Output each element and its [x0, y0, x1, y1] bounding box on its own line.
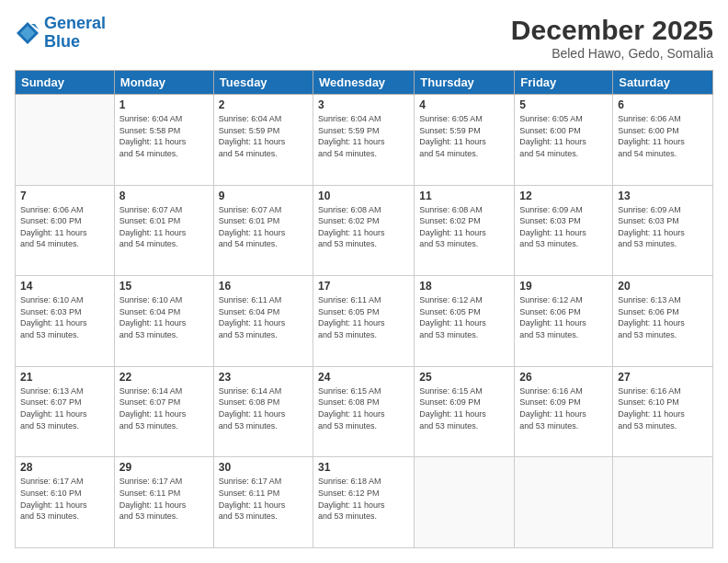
- calendar-cell: 18Sunrise: 6:12 AM Sunset: 6:05 PM Dayli…: [415, 276, 515, 367]
- day-info: Sunrise: 6:16 AM Sunset: 6:10 PM Dayligh…: [618, 385, 708, 431]
- calendar-cell: 3Sunrise: 6:04 AM Sunset: 5:59 PM Daylig…: [313, 95, 415, 186]
- day-number: 11: [419, 190, 509, 202]
- day-number: 3: [318, 98, 409, 111]
- day-number: 2: [219, 98, 308, 111]
- day-number: 26: [519, 371, 608, 384]
- calendar-cell: 29Sunrise: 6:17 AM Sunset: 6:11 PM Dayli…: [114, 457, 213, 548]
- calendar-cell: 2Sunrise: 6:04 AM Sunset: 5:59 PM Daylig…: [213, 95, 313, 186]
- day-number: 23: [219, 371, 308, 384]
- calendar-cell: 8Sunrise: 6:07 AM Sunset: 6:01 PM Daylig…: [114, 185, 213, 276]
- calendar-table: SundayMondayTuesdayWednesdayThursdayFrid…: [15, 70, 713, 548]
- day-info: Sunrise: 6:17 AM Sunset: 6:11 PM Dayligh…: [119, 476, 209, 522]
- calendar-cell: 23Sunrise: 6:14 AM Sunset: 6:08 PM Dayli…: [213, 366, 313, 457]
- day-number: 5: [519, 98, 608, 111]
- day-info: Sunrise: 6:07 AM Sunset: 6:01 PM Dayligh…: [219, 204, 308, 250]
- day-number: 1: [119, 98, 209, 111]
- calendar-cell: 31Sunrise: 6:18 AM Sunset: 6:12 PM Dayli…: [313, 457, 415, 548]
- day-info: Sunrise: 6:12 AM Sunset: 6:05 PM Dayligh…: [419, 294, 509, 340]
- day-number: 14: [20, 280, 109, 293]
- day-info: Sunrise: 6:11 AM Sunset: 6:04 PM Dayligh…: [219, 294, 308, 340]
- day-number: 6: [618, 98, 708, 111]
- day-info: Sunrise: 6:14 AM Sunset: 6:08 PM Dayligh…: [219, 385, 308, 431]
- calendar-cell: 5Sunrise: 6:05 AM Sunset: 6:00 PM Daylig…: [515, 95, 613, 186]
- day-info: Sunrise: 6:06 AM Sunset: 6:00 PM Dayligh…: [20, 204, 109, 250]
- header: General Blue December 2025 Beled Hawo, G…: [15, 15, 713, 61]
- calendar-cell: 14Sunrise: 6:10 AM Sunset: 6:03 PM Dayli…: [16, 276, 115, 367]
- day-info: Sunrise: 6:13 AM Sunset: 6:07 PM Dayligh…: [20, 385, 109, 431]
- calendar-day-header: Monday: [114, 71, 213, 95]
- day-info: Sunrise: 6:04 AM Sunset: 5:59 PM Dayligh…: [219, 113, 308, 159]
- calendar-cell: 13Sunrise: 6:09 AM Sunset: 6:03 PM Dayli…: [613, 185, 713, 276]
- day-info: Sunrise: 6:11 AM Sunset: 6:05 PM Dayligh…: [318, 294, 409, 340]
- calendar-cell: 20Sunrise: 6:13 AM Sunset: 6:06 PM Dayli…: [613, 276, 713, 367]
- day-info: Sunrise: 6:06 AM Sunset: 6:00 PM Dayligh…: [618, 113, 708, 159]
- day-number: 29: [119, 461, 209, 474]
- day-info: Sunrise: 6:10 AM Sunset: 6:04 PM Dayligh…: [119, 294, 209, 340]
- title-block: December 2025 Beled Hawo, Gedo, Somalia: [511, 15, 713, 61]
- day-number: 24: [318, 371, 409, 384]
- main-title: December 2025: [511, 15, 713, 46]
- calendar-cell: 24Sunrise: 6:15 AM Sunset: 6:08 PM Dayli…: [313, 366, 415, 457]
- day-info: Sunrise: 6:07 AM Sunset: 6:01 PM Dayligh…: [119, 204, 209, 250]
- calendar-day-header: Thursday: [415, 71, 515, 95]
- day-number: 7: [20, 190, 109, 202]
- calendar-cell: 7Sunrise: 6:06 AM Sunset: 6:00 PM Daylig…: [16, 185, 115, 276]
- day-number: 31: [318, 461, 409, 474]
- day-info: Sunrise: 6:04 AM Sunset: 5:59 PM Dayligh…: [318, 113, 409, 159]
- day-info: Sunrise: 6:05 AM Sunset: 5:59 PM Dayligh…: [419, 113, 509, 159]
- calendar-cell: 22Sunrise: 6:14 AM Sunset: 6:07 PM Dayli…: [114, 366, 213, 457]
- day-number: 25: [419, 371, 509, 384]
- day-number: 12: [519, 190, 608, 202]
- calendar-day-header: Sunday: [16, 71, 115, 95]
- logo-icon: [15, 20, 40, 46]
- calendar-cell: [415, 457, 515, 548]
- day-number: 21: [20, 371, 109, 384]
- calendar-cell: 16Sunrise: 6:11 AM Sunset: 6:04 PM Dayli…: [213, 276, 313, 367]
- calendar-day-header: Wednesday: [313, 71, 415, 95]
- day-number: 16: [219, 280, 308, 293]
- calendar-week-row: 14Sunrise: 6:10 AM Sunset: 6:03 PM Dayli…: [16, 276, 713, 367]
- day-info: Sunrise: 6:10 AM Sunset: 6:03 PM Dayligh…: [20, 294, 109, 340]
- day-info: Sunrise: 6:09 AM Sunset: 6:03 PM Dayligh…: [618, 204, 708, 250]
- calendar-cell: 17Sunrise: 6:11 AM Sunset: 6:05 PM Dayli…: [313, 276, 415, 367]
- day-info: Sunrise: 6:08 AM Sunset: 6:02 PM Dayligh…: [419, 204, 509, 250]
- day-number: 30: [219, 461, 308, 474]
- calendar-cell: 27Sunrise: 6:16 AM Sunset: 6:10 PM Dayli…: [613, 366, 713, 457]
- calendar-cell: [16, 95, 115, 186]
- day-info: Sunrise: 6:18 AM Sunset: 6:12 PM Dayligh…: [318, 476, 409, 522]
- day-number: 9: [219, 190, 308, 202]
- day-info: Sunrise: 6:12 AM Sunset: 6:06 PM Dayligh…: [519, 294, 608, 340]
- day-info: Sunrise: 6:15 AM Sunset: 6:09 PM Dayligh…: [419, 385, 509, 431]
- day-number: 8: [119, 190, 209, 202]
- calendar-cell: 1Sunrise: 6:04 AM Sunset: 5:58 PM Daylig…: [114, 95, 213, 186]
- calendar-cell: 4Sunrise: 6:05 AM Sunset: 5:59 PM Daylig…: [415, 95, 515, 186]
- calendar-cell: [515, 457, 613, 548]
- logo-line1: General: [44, 14, 106, 32]
- day-number: 13: [618, 190, 708, 202]
- calendar-cell: 28Sunrise: 6:17 AM Sunset: 6:10 PM Dayli…: [16, 457, 115, 548]
- day-number: 10: [318, 190, 409, 202]
- calendar-cell: 9Sunrise: 6:07 AM Sunset: 6:01 PM Daylig…: [213, 185, 313, 276]
- calendar-week-row: 21Sunrise: 6:13 AM Sunset: 6:07 PM Dayli…: [16, 366, 713, 457]
- calendar-week-row: 28Sunrise: 6:17 AM Sunset: 6:10 PM Dayli…: [16, 457, 713, 548]
- day-number: 20: [618, 280, 708, 293]
- day-info: Sunrise: 6:13 AM Sunset: 6:06 PM Dayligh…: [618, 294, 708, 340]
- calendar-cell: 6Sunrise: 6:06 AM Sunset: 6:00 PM Daylig…: [613, 95, 713, 186]
- calendar-header-row: SundayMondayTuesdayWednesdayThursdayFrid…: [16, 71, 713, 95]
- calendar-day-header: Saturday: [613, 71, 713, 95]
- calendar-cell: 19Sunrise: 6:12 AM Sunset: 6:06 PM Dayli…: [515, 276, 613, 367]
- day-info: Sunrise: 6:17 AM Sunset: 6:11 PM Dayligh…: [219, 476, 308, 522]
- day-info: Sunrise: 6:14 AM Sunset: 6:07 PM Dayligh…: [119, 385, 209, 431]
- day-info: Sunrise: 6:15 AM Sunset: 6:08 PM Dayligh…: [318, 385, 409, 431]
- day-number: 15: [119, 280, 209, 293]
- day-number: 22: [119, 371, 209, 384]
- calendar-cell: 10Sunrise: 6:08 AM Sunset: 6:02 PM Dayli…: [313, 185, 415, 276]
- calendar-cell: 11Sunrise: 6:08 AM Sunset: 6:02 PM Dayli…: [415, 185, 515, 276]
- day-info: Sunrise: 6:05 AM Sunset: 6:00 PM Dayligh…: [519, 113, 608, 159]
- day-number: 19: [519, 280, 608, 293]
- day-number: 17: [318, 280, 409, 293]
- day-number: 28: [20, 461, 109, 474]
- day-number: 27: [618, 371, 708, 384]
- day-info: Sunrise: 6:17 AM Sunset: 6:10 PM Dayligh…: [20, 476, 109, 522]
- calendar-cell: 21Sunrise: 6:13 AM Sunset: 6:07 PM Dayli…: [16, 366, 115, 457]
